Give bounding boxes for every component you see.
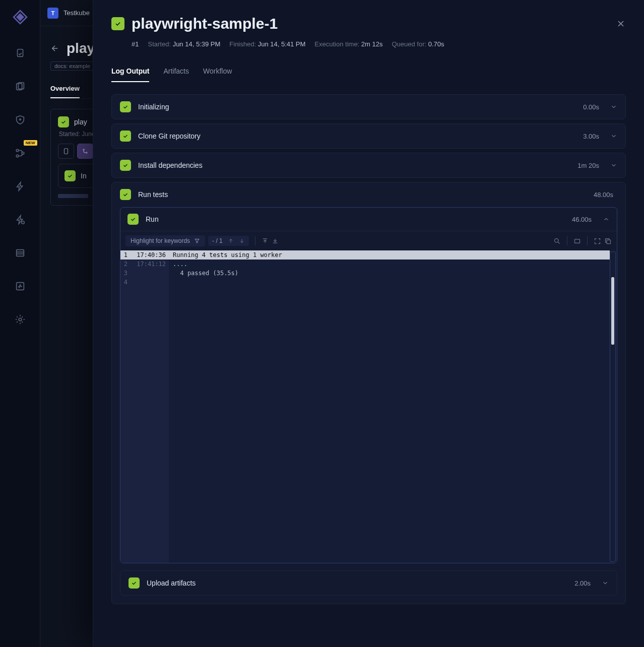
check-icon <box>65 170 76 181</box>
svg-rect-19 <box>575 239 580 243</box>
step-clone[interactable]: Clone Git repository 3.00s <box>111 123 626 149</box>
svg-point-16 <box>83 149 84 150</box>
nav-status-icon[interactable] <box>10 276 30 296</box>
execution-drawer: playwright-sample-1 #1 Started: Jun 14, … <box>93 0 644 647</box>
exec-id: #1 <box>132 40 139 48</box>
nav-webhooks-icon[interactable] <box>10 210 30 230</box>
log-scrollbar[interactable] <box>610 251 616 562</box>
scrollbar-thumb[interactable] <box>611 277 614 345</box>
env-name: Testkube <box>63 9 90 17</box>
step-name: Run <box>146 215 565 223</box>
step-time: 48.00s <box>594 191 613 199</box>
svg-rect-13 <box>16 283 24 290</box>
page-background: T Testkube play docs: example Overview p… <box>40 0 644 647</box>
meta-started: Started: Jun 14, 5:39 PM <box>148 40 220 48</box>
nav-tests-icon[interactable] <box>10 43 30 63</box>
bg-step-label: In <box>81 172 87 180</box>
step-initializing[interactable]: Initializing 0.00s <box>111 94 626 119</box>
meta-exec-time: Execution time: 2m 12s <box>314 40 382 48</box>
horizontal-scroll-thumb[interactable] <box>58 194 88 198</box>
svg-marker-1 <box>16 13 24 21</box>
nav-settings-icon[interactable] <box>10 309 30 330</box>
card-title: play <box>74 118 87 126</box>
step-time: 1m 20s <box>577 162 599 169</box>
svg-rect-10 <box>16 250 24 256</box>
chevron-down-icon <box>602 579 609 587</box>
separator <box>587 236 588 245</box>
svg-point-7 <box>16 155 19 157</box>
drawer-title: playwright-sample-1 <box>132 15 609 32</box>
arrow-up-icon[interactable] <box>228 238 234 244</box>
check-icon <box>127 214 139 225</box>
log-content: Running 4 tests using 1 worker.... 4 pas… <box>169 250 610 563</box>
docs-chip[interactable]: docs: example <box>50 61 94 71</box>
step-name: Run tests <box>138 190 587 199</box>
step-name: Install dependencies <box>138 161 570 169</box>
tab-log-output[interactable]: Log Output <box>111 61 149 82</box>
wrap-icon[interactable] <box>573 237 581 245</box>
meta-finished: Finished: Jun 14, 5:41 PM <box>229 40 305 48</box>
log-toolbar: Highlight for keywords - / 1 <box>120 231 617 250</box>
chevron-down-icon <box>610 133 617 140</box>
svg-point-5 <box>19 119 21 120</box>
svg-rect-20 <box>607 240 611 244</box>
env-badge[interactable]: T <box>47 8 58 19</box>
svg-rect-2 <box>17 49 23 57</box>
separator <box>255 236 255 245</box>
close-icon[interactable] <box>616 19 626 29</box>
product-logo <box>12 9 28 25</box>
svg-point-14 <box>19 318 22 321</box>
step-time: 3.00s <box>583 133 599 140</box>
tab-artifacts[interactable]: Artifacts <box>163 61 189 82</box>
chevron-up-icon <box>603 216 610 223</box>
bg-tab-overview[interactable]: Overview <box>50 80 80 98</box>
nav-workflows-icon[interactable] <box>10 143 30 163</box>
pager-text: - / 1 <box>212 237 223 244</box>
nav-sources-icon[interactable] <box>10 243 30 263</box>
svg-point-6 <box>16 149 19 152</box>
step-run-tests-header[interactable]: Run tests 48.00s <box>120 189 617 200</box>
chevron-down-icon <box>610 103 617 110</box>
page-title: play <box>67 40 95 56</box>
svg-rect-15 <box>65 149 68 154</box>
nav-triggers-icon[interactable] <box>10 176 30 197</box>
step-name: Initializing <box>138 103 576 111</box>
left-nav-rail <box>0 0 40 647</box>
nav-security-icon[interactable] <box>10 110 30 130</box>
scroll-top-icon[interactable] <box>262 237 269 244</box>
search-pager: - / 1 <box>208 236 249 246</box>
nested-step-run: Run 46.00s Highlight for keywords - / 1 <box>120 207 617 563</box>
log-gutter: 117:40:36217:41:1234 <box>120 250 169 563</box>
keyword-filter[interactable]: Highlight for keywords <box>125 235 205 246</box>
fullscreen-icon[interactable] <box>594 237 601 245</box>
arrow-down-icon[interactable] <box>239 238 245 244</box>
step-run-tests: Run tests 48.00s Run 46.00s Highligh <box>111 182 626 604</box>
check-icon <box>111 17 124 30</box>
log-viewer[interactable]: 117:40:36217:41:1234 Running 4 tests usi… <box>120 250 617 563</box>
svg-point-8 <box>22 152 24 155</box>
check-icon <box>120 131 131 142</box>
step-name: Clone Git repository <box>138 132 576 140</box>
step-name: Upload artifacts <box>147 579 567 587</box>
check-icon <box>120 189 131 200</box>
mini-tab-git-icon[interactable] <box>77 144 93 159</box>
step-install[interactable]: Install dependencies 1m 20s <box>111 153 626 178</box>
svg-point-18 <box>555 238 559 242</box>
chevron-down-icon <box>610 162 617 169</box>
svg-point-9 <box>21 221 24 224</box>
meta-queued: Queued for: 0.70s <box>392 40 444 48</box>
separator <box>567 236 567 245</box>
check-icon <box>128 577 140 589</box>
filter-icon <box>194 238 200 244</box>
step-upload-artifacts[interactable]: Upload artifacts 2.00s <box>120 570 617 596</box>
check-icon <box>58 116 69 127</box>
search-icon[interactable] <box>553 237 561 245</box>
scroll-bottom-icon[interactable] <box>272 237 279 244</box>
mini-tab-file-icon[interactable] <box>58 144 74 159</box>
back-arrow-icon[interactable] <box>50 44 59 53</box>
copy-icon[interactable] <box>604 237 612 245</box>
nav-suites-icon[interactable] <box>10 77 30 97</box>
step-time: 2.00s <box>574 579 591 587</box>
nested-step-header[interactable]: Run 46.00s <box>120 208 617 231</box>
tab-workflow[interactable]: Workflow <box>203 61 232 82</box>
